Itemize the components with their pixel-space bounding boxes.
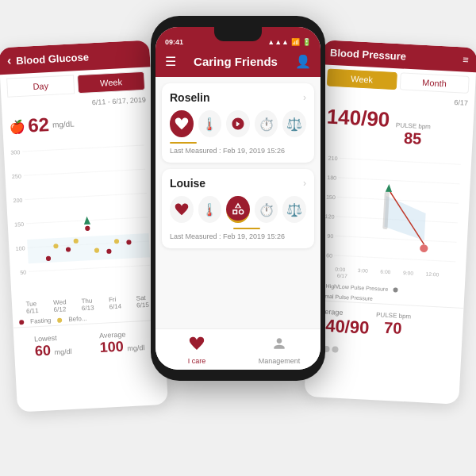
- louise-weight-icon[interactable]: ⚖️: [282, 196, 306, 223]
- avg-pulse-value: 70: [384, 319, 402, 338]
- pulse-value: 85: [403, 129, 421, 148]
- svg-text:100: 100: [16, 245, 25, 252]
- glucose-unit: mg/dL: [52, 119, 75, 129]
- before-label: Befo...: [68, 315, 87, 323]
- louise-heart-icon[interactable]: [170, 196, 194, 223]
- svg-text:3:00: 3:00: [358, 267, 369, 274]
- bp-reading: 140/90 PULSE bpm 85: [317, 101, 474, 154]
- x-date-2: 6/13: [82, 304, 94, 312]
- svg-point-15: [85, 226, 90, 231]
- svg-marker-38: [386, 184, 393, 192]
- glucose-lowest: Lowest 60 mg/dl: [34, 333, 72, 359]
- dot-3: [332, 346, 338, 352]
- normal-legend-dot: [393, 287, 397, 292]
- glucose-value: 62: [28, 113, 50, 136]
- svg-text:120: 120: [325, 213, 335, 219]
- svg-text:210: 210: [328, 155, 337, 161]
- svg-line-23: [340, 158, 461, 164]
- avg-pulse-box: PULSE bpm 70: [375, 311, 412, 338]
- roselin-health-icons: 🌡️ ⏱️ ⚖️: [170, 110, 306, 137]
- glucose-average: Average 100 mg/dl: [99, 329, 145, 356]
- app-content: Roselin › 🌡️ ⏱️ ⚖️ Last Measured : F: [155, 77, 321, 328]
- signal-icon: ▲▲▲: [267, 38, 289, 46]
- fasting-label: Fasting: [30, 317, 52, 324]
- icare-label: I care: [188, 357, 206, 365]
- svg-text:200: 200: [13, 198, 22, 205]
- louise-blood-icon[interactable]: [226, 196, 250, 223]
- x-date-3: 6/14: [109, 303, 121, 311]
- status-icons: ▲▲▲ 📶 🔋: [267, 38, 311, 46]
- roselin-name-row: Roselin ›: [170, 91, 306, 104]
- svg-line-27: [335, 236, 456, 242]
- louise-name: Louise: [170, 177, 205, 190]
- bp-title: Blood Pressure: [330, 47, 407, 63]
- blood-pressure-card: Blood Pressure ≡ Week Month 6/17 140/90 …: [304, 40, 476, 405]
- phone-notch: [214, 27, 262, 41]
- glucose-tab-day[interactable]: Day: [6, 75, 75, 97]
- svg-line-5: [29, 265, 150, 271]
- svg-text:300: 300: [10, 149, 20, 156]
- louise-active-indicator: [233, 228, 260, 229]
- bp-tab-week[interactable]: Week: [327, 69, 397, 90]
- blood-glucose-card: ‹ Blood Glucose Day Week 6/11 - 6/17, 20…: [0, 40, 168, 412]
- louise-temp-icon[interactable]: 🌡️: [198, 196, 222, 223]
- svg-text:180: 180: [327, 175, 336, 180]
- wifi-icon: 📶: [291, 38, 300, 46]
- before-legend-dot: [57, 317, 62, 322]
- phone-screen: 09:41 ▲▲▲ 📶 🔋 ☰ Caring Friends 👤 Roselin…: [155, 27, 321, 370]
- x-date-1: 6/12: [53, 305, 67, 313]
- svg-rect-12: [27, 233, 150, 263]
- svg-text:60: 60: [326, 252, 332, 258]
- svg-line-1: [24, 169, 145, 175]
- louise-pulse-icon[interactable]: ⏱️: [255, 196, 278, 223]
- svg-line-28: [334, 255, 455, 262]
- svg-text:50: 50: [20, 270, 26, 276]
- app-header: ☰ Caring Friends 👤: [155, 49, 321, 77]
- svg-point-39: [420, 244, 428, 252]
- svg-text:0:00: 0:00: [335, 267, 346, 273]
- high-low-label: High/Low Pulse Pressure: [326, 283, 389, 292]
- svg-text:150: 150: [14, 221, 24, 228]
- bp-tab-month[interactable]: Month: [399, 72, 470, 94]
- glucose-chart: 300 250 200 150 100 50: [3, 133, 162, 300]
- roselin-last-measured: Last Measured : Feb 19, 2019 15:26: [170, 147, 306, 155]
- svg-marker-35: [384, 196, 427, 241]
- phone: 09:41 ▲▲▲ 📶 🔋 ☰ Caring Friends 👤 Roselin…: [151, 16, 325, 381]
- svg-text:250: 250: [12, 173, 21, 180]
- menu-hamburger-icon[interactable]: ☰: [165, 54, 176, 69]
- svg-line-2: [25, 194, 147, 200]
- louise-name-row: Louise ›: [170, 177, 306, 190]
- friend-card-louise[interactable]: Louise › 🌡️ ⏱️ ⚖️ Last Measured : Fe: [162, 169, 314, 248]
- roselin-blood-icon[interactable]: [226, 110, 250, 137]
- management-icon: [271, 336, 287, 355]
- louise-arrow-icon: ›: [303, 178, 306, 189]
- friend-card-roselin[interactable]: Roselin › 🌡️ ⏱️ ⚖️ Last Measured : F: [162, 83, 314, 163]
- footer-tab-management[interactable]: Management: [238, 334, 321, 367]
- management-label: Management: [259, 357, 301, 365]
- back-arrow-icon[interactable]: ‹: [6, 53, 11, 67]
- svg-text:90: 90: [327, 233, 333, 239]
- svg-line-24: [338, 178, 459, 184]
- svg-text:6/17: 6/17: [337, 273, 348, 279]
- glucose-tab-week[interactable]: Week: [77, 71, 145, 94]
- louise-last-measured: Last Measured : Feb 19, 2019 15:26: [170, 232, 306, 240]
- app-title: Caring Friends: [176, 55, 295, 68]
- x-date-0: 6/11: [26, 307, 39, 315]
- roselin-heart-icon[interactable]: [170, 110, 194, 137]
- bp-menu-icon[interactable]: ≡: [463, 53, 469, 65]
- roselin-temp-icon[interactable]: 🌡️: [198, 110, 222, 137]
- app-footer: I care Management: [155, 328, 321, 370]
- roselin-weight-icon[interactable]: ⚖️: [282, 110, 306, 137]
- svg-text:6:00: 6:00: [380, 269, 391, 275]
- louise-health-icons: 🌡️ ⏱️ ⚖️: [170, 196, 306, 223]
- svg-text:12:00: 12:00: [426, 271, 440, 278]
- roselin-active-indicator: [170, 142, 197, 144]
- status-time: 09:41: [165, 38, 183, 46]
- roselin-pulse-icon[interactable]: ⏱️: [255, 110, 278, 137]
- x-date-4: 6/15: [136, 301, 149, 309]
- profile-icon[interactable]: 👤: [295, 54, 311, 69]
- svg-line-0: [22, 145, 144, 152]
- glucose-apple-icon: 🍎: [9, 118, 25, 134]
- glucose-stats: Lowest 60 mg/dl Average 100 mg/dl: [13, 320, 166, 369]
- footer-tab-icare[interactable]: I care: [155, 334, 238, 367]
